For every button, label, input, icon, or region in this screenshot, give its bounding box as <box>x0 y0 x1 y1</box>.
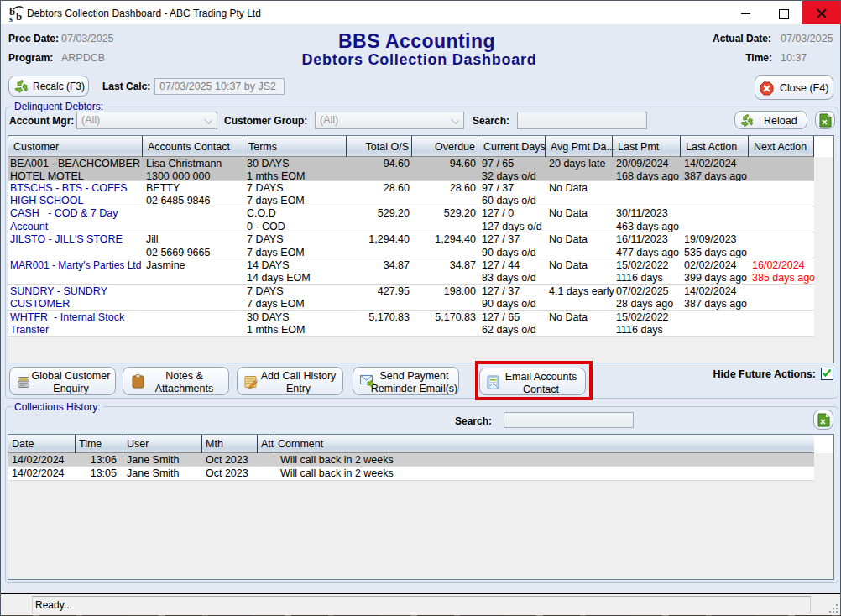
svg-text:s: s <box>9 14 13 23</box>
svg-text:b: b <box>16 10 22 23</box>
